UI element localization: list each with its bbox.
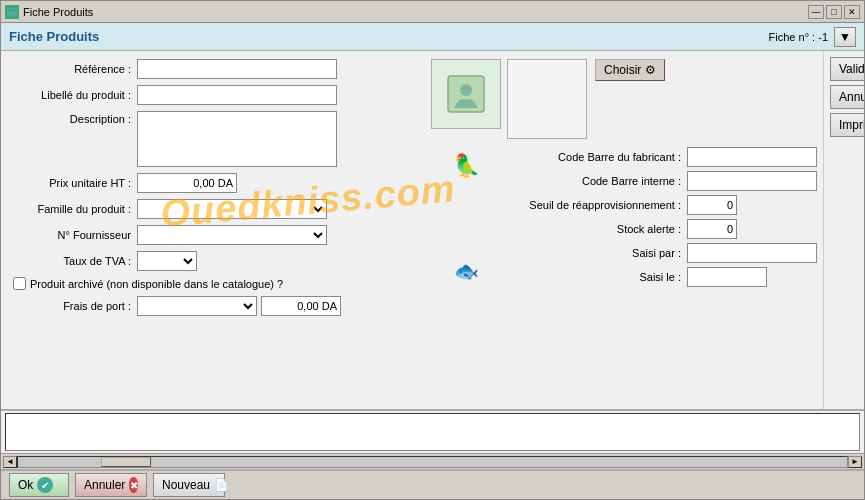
seuil-reap-input[interactable] (687, 195, 737, 215)
tva-row: Taux de TVA : (7, 251, 425, 271)
valider-button[interactable]: Valider ✔ (830, 57, 864, 81)
choisir-button[interactable]: Choisir ⚙ (595, 59, 665, 81)
famille-select[interactable] (137, 199, 327, 219)
ok-label: Ok (18, 478, 33, 492)
code-barre-fab-label: Code Barre du fabricant : (507, 151, 687, 163)
saisi-par-label: Saisi par : (507, 247, 687, 259)
famille-row: Famille du produit : (7, 199, 425, 219)
prix-row: Prix unitaire HT : (7, 173, 425, 193)
annuler-label: Annuler (839, 90, 864, 104)
frais-port-row: Frais de port : (7, 296, 425, 316)
code-barre-int-label: Code Barre interne : (507, 175, 687, 187)
data-table (5, 413, 860, 451)
libelle-row: Libellé du produit : (7, 85, 425, 105)
ok-icon: ✔ (37, 477, 53, 493)
stock-alerte-label: Stock alerte : (507, 223, 687, 235)
saisi-le-row: Saisi le : (507, 267, 817, 287)
right-form-panel: Choisir ⚙ Code Barre du fabricant : Code… (501, 51, 823, 409)
frais-port-label: Frais de port : (7, 300, 137, 312)
libelle-label: Libellé du produit : (7, 89, 137, 101)
prix-input[interactable] (137, 173, 237, 193)
bird-icon[interactable]: 🦜 (453, 153, 480, 179)
tva-label: Taux de TVA : (7, 255, 137, 267)
annuler-button[interactable]: Annuler ✖ (830, 85, 864, 109)
seuil-reap-row: Seuil de réapprovisionnement : (507, 195, 817, 215)
center-icons: 🦜 🐟 (431, 51, 501, 409)
svg-rect-0 (6, 7, 18, 17)
code-barre-int-input[interactable] (687, 171, 817, 191)
description-textarea[interactable] (137, 111, 337, 167)
libelle-input[interactable] (137, 85, 337, 105)
saisi-le-input[interactable] (687, 267, 767, 287)
tva-select[interactable] (137, 251, 197, 271)
nouveau-button[interactable]: Nouveau 📄 (153, 473, 225, 497)
scrollbar-thumb[interactable] (101, 457, 151, 467)
saisi-le-label: Saisi le : (507, 271, 687, 283)
window-controls[interactable]: — □ ✕ (808, 5, 860, 19)
stock-alerte-row: Stock alerte : (507, 219, 817, 239)
close-button[interactable]: ✕ (844, 5, 860, 19)
reference-row: Référence : (7, 59, 425, 79)
product-image (431, 59, 501, 129)
annuler-bottom-label: Annuler (84, 478, 125, 492)
saisi-par-input[interactable] (687, 243, 817, 263)
ok-button[interactable]: Ok ✔ (9, 473, 69, 497)
reference-input[interactable] (137, 59, 337, 79)
annuler-bottom-icon: ✖ (129, 477, 138, 493)
fiche-number: Fiche n° : -1 (769, 31, 828, 43)
action-panel: Valider ✔ Annuler ✖ Imprimer 🖶 (823, 51, 864, 409)
fish-icon[interactable]: 🐟 (454, 259, 479, 283)
choisir-icon: ⚙ (645, 63, 656, 77)
fournisseur-row: N° Fournisseur (7, 225, 425, 245)
arrow-down-icon: ▼ (839, 30, 851, 44)
saisi-par-row: Saisi par : (507, 243, 817, 263)
window-title: Fiche Produits (23, 6, 93, 18)
title-bar: Fiche Produits — □ ✕ (1, 1, 864, 23)
scrollbar-horizontal: ◄ ► (1, 453, 864, 469)
bottom-bar: Ok ✔ Annuler ✖ Nouveau 📄 (1, 469, 864, 499)
app-icon (5, 5, 19, 19)
seuil-reap-label: Seuil de réapprovisionnement : (507, 199, 687, 211)
product-image-large (507, 59, 587, 139)
code-barre-int-row: Code Barre interne : (507, 171, 817, 191)
description-row: Description : (7, 111, 425, 167)
scroll-right-button[interactable]: ► (848, 456, 862, 468)
frais-port-input[interactable] (261, 296, 341, 316)
scrollbar-track (17, 456, 848, 468)
maximize-button[interactable]: □ (826, 5, 842, 19)
main-layout: Référence : Libellé du produit : Descrip… (1, 51, 864, 409)
nouveau-label: Nouveau (162, 478, 210, 492)
fournisseur-select[interactable] (137, 225, 327, 245)
header-bar: Fiche Produits Fiche n° : -1 ▼ (1, 23, 864, 51)
archive-row: Produit archivé (non disponible dans le … (13, 277, 425, 290)
left-form-panel: Référence : Libellé du produit : Descrip… (1, 51, 431, 409)
archive-label: Produit archivé (non disponible dans le … (30, 278, 283, 290)
reference-label: Référence : (7, 63, 137, 75)
choisir-label: Choisir (604, 63, 641, 77)
fournisseur-label: N° Fournisseur (7, 229, 137, 241)
frais-port-select[interactable] (137, 296, 257, 316)
minimize-button[interactable]: — (808, 5, 824, 19)
header-right: Fiche n° : -1 ▼ (769, 27, 856, 47)
stock-alerte-input[interactable] (687, 219, 737, 239)
svg-point-3 (460, 84, 472, 96)
code-barre-fab-row: Code Barre du fabricant : (507, 147, 817, 167)
description-label: Description : (7, 111, 137, 125)
imprimer-label: Imprimer (839, 118, 864, 132)
imprimer-button[interactable]: Imprimer 🖶 (830, 113, 864, 137)
scroll-left-button[interactable]: ◄ (3, 456, 17, 468)
annuler-bottom-button[interactable]: Annuler ✖ (75, 473, 147, 497)
header-title: Fiche Produits (9, 29, 99, 44)
bottom-table-area: ◄ ► (1, 409, 864, 469)
prix-label: Prix unitaire HT : (7, 177, 137, 189)
famille-label: Famille du produit : (7, 203, 137, 215)
code-barre-fab-input[interactable] (687, 147, 817, 167)
nouveau-icon: 📄 (214, 478, 229, 492)
arrow-down-header-button[interactable]: ▼ (834, 27, 856, 47)
archive-checkbox[interactable] (13, 277, 26, 290)
valider-label: Valider (839, 62, 864, 76)
